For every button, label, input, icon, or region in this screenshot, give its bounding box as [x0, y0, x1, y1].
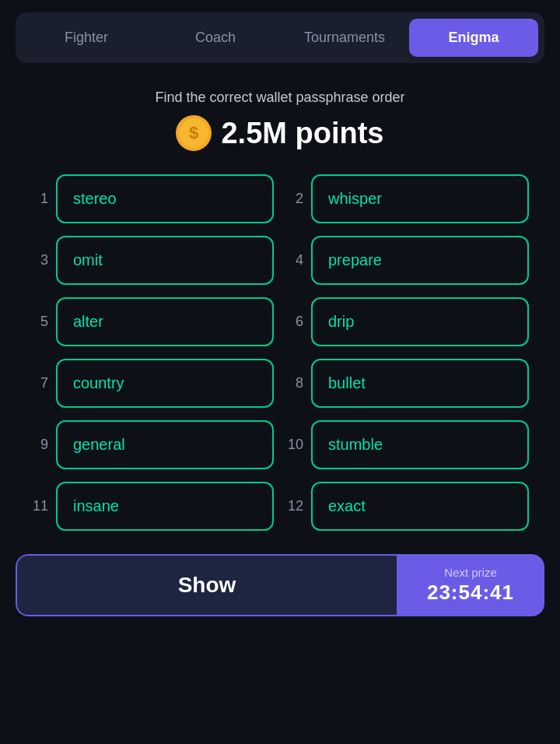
word-item-11: 11 insane	[31, 482, 274, 531]
word-item-2: 2 whisper	[286, 174, 529, 223]
word-item-1: 1 stereo	[31, 174, 274, 223]
word-box-5[interactable]: alter	[56, 297, 274, 346]
svg-text:$: $	[189, 123, 198, 142]
word-number-8: 8	[286, 375, 303, 391]
word-item-5: 5 alter	[31, 297, 274, 346]
show-button[interactable]: Show	[16, 554, 397, 616]
word-number-2: 2	[286, 191, 303, 207]
word-box-3[interactable]: omit	[56, 236, 274, 285]
word-box-11[interactable]: insane	[56, 482, 274, 531]
tab-bar: Fighter Coach Tournaments Enigma	[16, 12, 544, 63]
word-box-6[interactable]: drip	[311, 297, 529, 346]
tab-coach[interactable]: Coach	[151, 19, 280, 57]
word-box-4[interactable]: prepare	[311, 236, 529, 285]
word-box-1[interactable]: stereo	[56, 174, 274, 223]
word-number-11: 11	[31, 498, 48, 514]
word-item-10: 10 stumble	[286, 420, 529, 469]
word-box-12[interactable]: exact	[311, 482, 529, 531]
word-number-3: 3	[31, 252, 48, 268]
word-item-7: 7 country	[31, 359, 274, 408]
word-number-1: 1	[31, 191, 48, 207]
word-item-12: 12 exact	[286, 482, 529, 531]
word-item-6: 6 drip	[286, 297, 529, 346]
word-number-5: 5	[31, 314, 48, 330]
tab-enigma[interactable]: Enigma	[409, 19, 538, 57]
word-box-10[interactable]: stumble	[311, 420, 529, 469]
word-item-9: 9 general	[31, 420, 274, 469]
word-item-8: 8 bullet	[286, 359, 529, 408]
word-box-9[interactable]: general	[56, 420, 274, 469]
word-box-8[interactable]: bullet	[311, 359, 529, 408]
word-item-4: 4 prepare	[286, 236, 529, 285]
page-subtitle: Find the correct wallet passphrase order	[155, 89, 404, 106]
word-number-7: 7	[31, 375, 48, 391]
word-number-6: 6	[286, 314, 303, 330]
coin-icon: $	[176, 115, 212, 151]
word-number-10: 10	[286, 437, 303, 453]
word-box-7[interactable]: country	[56, 359, 274, 408]
tab-tournaments[interactable]: Tournaments	[280, 19, 409, 57]
points-value: 2.5M points	[221, 117, 383, 150]
next-prize-box: Next prize 23:54:41	[397, 554, 544, 616]
word-item-3: 3 omit	[31, 236, 274, 285]
word-number-4: 4	[286, 252, 303, 268]
next-prize-label: Next prize	[444, 566, 497, 579]
countdown-timer: 23:54:41	[427, 581, 514, 605]
tab-fighter[interactable]: Fighter	[22, 19, 151, 57]
bottom-action-bar: Show Next prize 23:54:41	[16, 554, 544, 616]
word-number-12: 12	[286, 498, 303, 514]
word-number-9: 9	[31, 437, 48, 453]
word-box-2[interactable]: whisper	[311, 174, 529, 223]
points-row: $ 2.5M points	[176, 115, 383, 151]
word-grid: 1 stereo 2 whisper 3 omit 4 prepare 5 al…	[16, 174, 544, 531]
